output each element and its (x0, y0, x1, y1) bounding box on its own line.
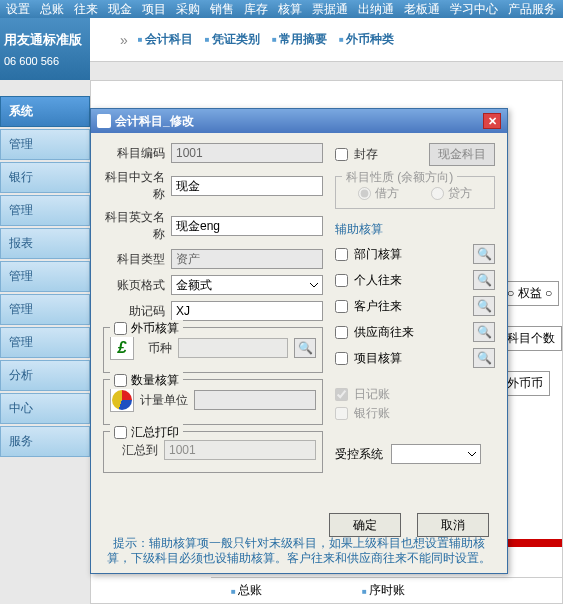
unit-input (194, 390, 316, 410)
topmenu-item[interactable]: 产品服务 (504, 0, 560, 18)
code-input (171, 143, 323, 163)
sidebar-item[interactable]: 报表 (0, 228, 90, 259)
sidebar-item[interactable]: 中心 (0, 393, 90, 424)
bank-checkbox (335, 407, 348, 420)
en-name-input[interactable] (171, 216, 323, 236)
tab-arrows[interactable]: » (120, 32, 126, 48)
aux-title: 辅助核算 (335, 221, 495, 238)
sidebar: 系统 管理银行管理报表管理管理管理分析中心服务 (0, 96, 90, 604)
pie-icon (110, 388, 134, 412)
aux-project-checkbox[interactable] (335, 352, 348, 365)
frag-count: 科目个数 (500, 326, 562, 351)
controlled-select[interactable] (391, 444, 481, 464)
sumprint-group: 汇总打印 汇总到1001 (103, 431, 323, 473)
topmenu-item[interactable]: 现金 (104, 0, 136, 18)
label-pagefmt: 账页格式 (103, 277, 165, 294)
hint-text: 提示：辅助核算项一般只针对末级科目，如果上级科目也想设置辅助核算，下级科目必须也… (103, 536, 495, 567)
pagefmt-select[interactable]: 金额式 (171, 275, 323, 295)
label-cn: 科目中文名称 (103, 169, 165, 203)
edit-subject-dialog: 会计科目_修改 ✕ 科目编码 科目中文名称 科目英文名称 科目类型 账页格式金额… (90, 108, 508, 574)
topmenu-item[interactable]: 设置 (2, 0, 34, 18)
qty-group: 数量核算 计量单位 (103, 379, 323, 425)
topmenu-item[interactable]: 出纳通 (354, 0, 398, 18)
aux-vendor-checkbox[interactable] (335, 326, 348, 339)
ok-button[interactable]: 确定 (329, 513, 401, 537)
nature-legend: 科目性质 (余额方向) (342, 169, 457, 186)
label-type: 科目类型 (103, 251, 165, 268)
sidebar-item[interactable]: 管理 (0, 327, 90, 358)
aux-person-label: 个人往来 (354, 272, 402, 289)
aux-dept-checkbox[interactable] (335, 248, 348, 261)
topmenu-item[interactable]: 老板通 (400, 0, 444, 18)
dialog-icon (97, 114, 111, 128)
brand-box: 用友通标准版 06 600 566 (0, 18, 90, 80)
qty-checkbox[interactable] (114, 374, 127, 387)
sumprint-checkbox[interactable] (114, 426, 127, 439)
topmenu-item[interactable]: 往来 (70, 0, 102, 18)
aux-vendor-search-icon[interactable]: 🔍 (473, 322, 495, 342)
currency-search-icon[interactable]: 🔍 (294, 338, 316, 358)
sealed-label: 封存 (354, 146, 378, 163)
topmenu-item[interactable]: 采购 (172, 0, 204, 18)
topmenu-item[interactable]: 库存 (240, 0, 272, 18)
sidebar-item[interactable]: 管理 (0, 294, 90, 325)
topmenu-item[interactable]: 学习中心 (446, 0, 502, 18)
top-menu: 设置总账往来现金项目采购销售库存核算票据通出纳通老板通学习中心产品服务帮 (0, 0, 563, 18)
type-input (171, 249, 323, 269)
aux-cust-search-icon[interactable]: 🔍 (473, 296, 495, 316)
fx-checkbox[interactable] (114, 322, 127, 335)
journal-label: 日记账 (354, 386, 390, 403)
tab-voucher-type[interactable]: 凭证类别 (205, 31, 260, 48)
sidebar-item[interactable]: 银行 (0, 162, 90, 193)
sealed-checkbox[interactable] (335, 148, 348, 161)
brand-title: 用友通标准版 (4, 31, 86, 49)
bottom-tabs: 总账 序时账 (211, 577, 562, 603)
sidebar-item[interactable]: 管理 (0, 195, 90, 226)
close-icon[interactable]: ✕ (483, 113, 501, 129)
debit-radio: 借方 (358, 185, 399, 202)
topmenu-item[interactable]: 销售 (206, 0, 238, 18)
bank-label: 银行账 (354, 405, 390, 422)
dialog-title: 会计科目_修改 (115, 113, 194, 130)
aux-project-label: 项目核算 (354, 350, 402, 367)
cancel-button[interactable]: 取消 (417, 513, 489, 537)
label-en: 科目英文名称 (103, 209, 165, 243)
journal-checkbox (335, 388, 348, 401)
aux-cust-label: 客户往来 (354, 298, 402, 315)
sidebar-item[interactable]: 管理 (0, 261, 90, 292)
aux-dept-search-icon[interactable]: 🔍 (473, 244, 495, 264)
bottom-tab-journal[interactable]: 序时账 (362, 582, 405, 599)
right-fragments: ○ 权益 ○ 科目个数 外币币 (500, 281, 562, 396)
topmenu-item[interactable]: 项目 (138, 0, 170, 18)
aux-dept-label: 部门核算 (354, 246, 402, 263)
bottom-tab-ledger[interactable]: 总账 (231, 582, 262, 599)
tab-account-subject[interactable]: 会计科目 (138, 31, 193, 48)
cn-name-input[interactable] (171, 176, 323, 196)
currency-select (178, 338, 288, 358)
tab-common-summary[interactable]: 常用摘要 (272, 31, 327, 48)
sidebar-item[interactable]: 管理 (0, 129, 90, 160)
unit-label: 计量单位 (140, 392, 188, 409)
frag-equity: ○ 权益 ○ (500, 281, 559, 306)
sidebar-item[interactable]: 分析 (0, 360, 90, 391)
aux-cust-checkbox[interactable] (335, 300, 348, 313)
aux-person-checkbox[interactable] (335, 274, 348, 287)
credit-radio: 贷方 (431, 185, 472, 202)
sumto-label: 汇总到 (110, 442, 158, 459)
tab-foreign-currency[interactable]: 外币种类 (339, 31, 394, 48)
mnemonic-input[interactable] (171, 301, 323, 321)
sumprint-label: 汇总打印 (131, 424, 179, 441)
aux-person-search-icon[interactable]: 🔍 (473, 270, 495, 290)
sumto-select: 1001 (164, 440, 316, 460)
topmenu-item[interactable]: 核算 (274, 0, 306, 18)
status-red-bar (508, 539, 562, 547)
label-code: 科目编码 (103, 145, 165, 162)
aux-project-search-icon[interactable]: 🔍 (473, 348, 495, 368)
sidebar-head[interactable]: 系统 (0, 96, 90, 127)
topmenu-item[interactable]: 总账 (36, 0, 68, 18)
fx-group: 外币核算 £币种🔍 (103, 327, 323, 373)
dialog-titlebar[interactable]: 会计科目_修改 ✕ (91, 109, 507, 133)
qty-label: 数量核算 (131, 372, 179, 389)
sidebar-item[interactable]: 服务 (0, 426, 90, 457)
topmenu-item[interactable]: 票据通 (308, 0, 352, 18)
